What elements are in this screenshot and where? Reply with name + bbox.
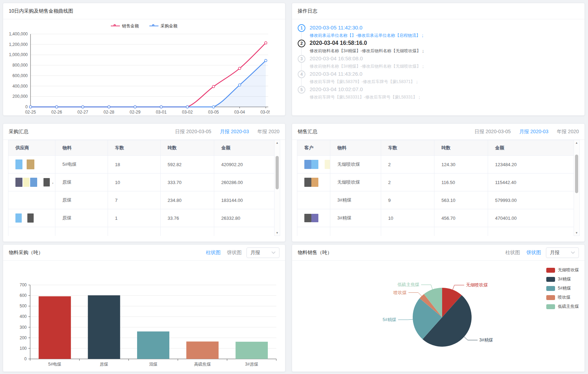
legend-label: 3#精煤: [558, 276, 571, 282]
data-point: [29, 106, 32, 108]
sales-report-tabs: 日报 2020-03-05月报 2020-03年报 2020: [474, 129, 579, 135]
data-point: [108, 106, 110, 108]
legend-swatch-icon: [546, 295, 555, 300]
log-step-number: 2: [298, 40, 305, 47]
scroll-up-icon[interactable]: ▲: [574, 140, 579, 145]
table-cell: 无烟喷吹煤: [330, 174, 381, 191]
report-period-select[interactable]: 月报: [246, 247, 279, 258]
masked-name-cell: [297, 174, 330, 191]
operation-log-card: 操作日志 12020-03-05 11:42:30.0修改前承运单位名称【】-修…: [292, 3, 585, 116]
redaction-block: [15, 213, 22, 223]
scrollbar-thumb[interactable]: [276, 156, 279, 189]
axis-label: 600,000: [13, 73, 28, 78]
table-cell: 456.70: [434, 209, 488, 227]
link-bar-view[interactable]: 柱状图: [206, 250, 221, 256]
masked-name-cell: [8, 209, 55, 227]
column-header: 车数: [108, 140, 161, 156]
legend-ring-icon: [114, 24, 116, 26]
tab-monthly[interactable]: 月报 2020-03: [220, 129, 249, 135]
tab-monthly[interactable]: 月报 2020-03: [519, 129, 548, 135]
scrollbar-track[interactable]: [275, 145, 280, 230]
line-chart-card-header: 10日内采购及销售金额曲线图: [3, 3, 285, 19]
column-header: 吨数: [434, 140, 488, 156]
table-cell: 183144.00: [214, 191, 280, 209]
log-timestamp[interactable]: 2020-03-05 11:42:30.0: [310, 25, 363, 30]
axis-label: 02-28: [103, 110, 114, 115]
table-cell: 原煤: [55, 209, 108, 227]
table-cell: 2: [381, 174, 434, 191]
vertical-scrollbar[interactable]: ▲▼: [574, 140, 580, 236]
scroll-up-icon[interactable]: ▲: [275, 140, 280, 145]
axis-label: 03-02: [182, 110, 193, 115]
table-cell: 10: [108, 174, 161, 191]
purchase-summary-card: 采购汇总 日报 2020-03-05月报 2020-03年报 2020 供应商物…: [3, 123, 285, 242]
axis-label: 03-05: [261, 110, 270, 115]
log-timestamp[interactable]: 2020-03-04 11:43:26.0: [310, 71, 363, 77]
legend-item[interactable]: 无烟喷吹煤: [546, 267, 579, 273]
table-row: 5#电煤18592.82420902.20: [8, 156, 280, 174]
tab-yearly[interactable]: 年报 2020: [557, 129, 579, 135]
redaction-block: [325, 160, 330, 169]
redaction-block: [23, 178, 29, 187]
table-cell: 33.76: [161, 209, 214, 227]
legend-swatch-icon: [546, 268, 555, 273]
data-point: [186, 106, 189, 108]
table-cell: 18: [108, 156, 161, 174]
redaction-block: [27, 159, 34, 169]
table-cell: [297, 227, 330, 236]
log-timestamp[interactable]: 2020-03-04 10:02:07.0: [310, 86, 363, 92]
scroll-down-icon[interactable]: ▼: [275, 230, 280, 236]
log-entry: 32020-03-04 16:58:08.0修改前物料名称【3#精煤】-修改后物…: [298, 55, 579, 70]
bar-3#原煤: [236, 342, 268, 359]
redaction-block: [15, 178, 22, 187]
material-sales-title: 物料销售（吨）: [298, 250, 332, 256]
axis-label: 500: [20, 304, 27, 308]
data-point: [212, 86, 215, 88]
legend-item[interactable]: 销售金额: [111, 23, 139, 29]
legend-item[interactable]: 喷吹煤: [546, 294, 579, 300]
table-cell: 470401.00: [488, 209, 575, 227]
data-point: [212, 106, 215, 108]
link-bar-view[interactable]: 柱状图: [505, 250, 520, 256]
scrollbar-thumb[interactable]: [575, 155, 578, 193]
label-leader-line: [453, 285, 464, 290]
legend-item[interactable]: 低硫主焦煤: [546, 304, 579, 310]
redaction-block: [30, 178, 37, 187]
axis-label: 03-01: [156, 110, 167, 115]
line-chart-title: 10日内采购及销售金额曲线图: [9, 8, 73, 14]
legend-item[interactable]: 5#精煤: [546, 285, 579, 291]
log-timestamp[interactable]: 2020-03-04 16:58:08.0: [310, 55, 363, 61]
purchase-table: 供应商物料车数吨数金额5#电煤18592.82420902.20，原煤10333…: [8, 140, 280, 236]
table-cell: 5#电煤: [55, 156, 108, 174]
tab-daily[interactable]: 日报 2020-03-05: [474, 129, 511, 135]
legend-item[interactable]: 采购金额: [149, 23, 177, 29]
vertical-scrollbar[interactable]: ▲▼: [274, 140, 280, 236]
redaction-block: [304, 214, 311, 222]
link-pie-view[interactable]: 饼状图: [227, 250, 242, 256]
redaction-block: [304, 178, 311, 187]
data-point: [55, 106, 58, 108]
table-row: 原煤133.7626332.80: [8, 209, 280, 227]
log-step-number: 1: [298, 24, 305, 32]
masked-name-cell: ，: [8, 174, 55, 191]
bar-5#电煤: [39, 296, 71, 359]
legend-swatch-icon: [546, 277, 555, 282]
tab-daily[interactable]: 日报 2020-03-05: [175, 129, 211, 135]
scroll-down-icon[interactable]: ▼: [574, 230, 579, 236]
report-period-select[interactable]: 月报: [546, 247, 579, 258]
table-cell: 260286.00: [214, 174, 280, 191]
material-purchase-title: 物料采购（吨）: [9, 250, 43, 256]
table-cell: 无烟喷吹煤: [330, 156, 381, 174]
log-entry: 22020-03-04 16:58:16.0修改前物料名称【3#精煤】-修改后物…: [298, 40, 579, 55]
legend-label: 5#精煤: [558, 285, 571, 291]
table-cell: 10: [381, 209, 434, 227]
table-cell: 592.82: [161, 156, 214, 174]
link-pie-view[interactable]: 饼状图: [526, 250, 541, 256]
tab-yearly[interactable]: 年报 2020: [257, 129, 279, 135]
scrollbar-track[interactable]: [574, 145, 579, 230]
axis-label: 300: [20, 325, 27, 330]
log-timestamp[interactable]: 2020-03-04 16:58:16.0: [310, 40, 367, 46]
material-sales-header: 物料销售（吨） 柱状图饼状图 月报: [292, 245, 584, 261]
bar-高硫焦煤: [186, 341, 218, 359]
legend-item[interactable]: 3#精煤: [546, 276, 579, 282]
